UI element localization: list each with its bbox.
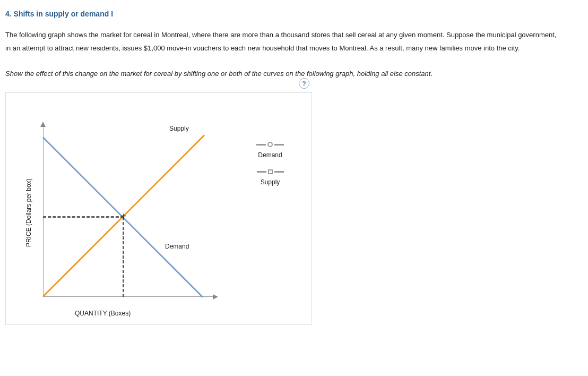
equilibrium-h-dash bbox=[43, 216, 124, 218]
y-axis bbox=[43, 127, 44, 297]
legend-demand-item[interactable]: Demand bbox=[240, 142, 300, 159]
supply-marker-icon bbox=[240, 169, 300, 174]
demand-marker-icon bbox=[240, 142, 300, 147]
question-body: The following graph shows the market for… bbox=[5, 29, 557, 55]
arrow-up-icon bbox=[40, 122, 46, 127]
plot-area[interactable]: + Supply Demand bbox=[43, 127, 213, 297]
legend-demand-label: Demand bbox=[240, 151, 300, 159]
legend-supply-label: Supply bbox=[240, 178, 300, 186]
graph-tool: ? + Supply Demand QUANTITY (Boxes) PRICE bbox=[5, 92, 312, 325]
help-button[interactable]: ? bbox=[299, 78, 309, 89]
y-axis-label: PRICE (Dollars per box) bbox=[25, 178, 32, 247]
x-axis-label: QUANTITY (Boxes) bbox=[75, 310, 131, 317]
demand-line-label: Demand bbox=[165, 243, 189, 250]
equilibrium-marker-icon: + bbox=[119, 212, 128, 220]
arrow-right-icon bbox=[213, 294, 218, 300]
question-heading: 4. Shifts in supply or demand I bbox=[5, 10, 583, 18]
supply-line-label: Supply bbox=[169, 125, 189, 132]
legend-supply-item[interactable]: Supply bbox=[240, 169, 300, 186]
help-icon: ? bbox=[302, 80, 306, 88]
x-axis bbox=[43, 296, 213, 297]
question-instruction: Show the effect of this change on the ma… bbox=[5, 67, 557, 81]
equilibrium-v-dash bbox=[123, 217, 124, 297]
legend-palette: Demand Supply bbox=[240, 142, 300, 196]
